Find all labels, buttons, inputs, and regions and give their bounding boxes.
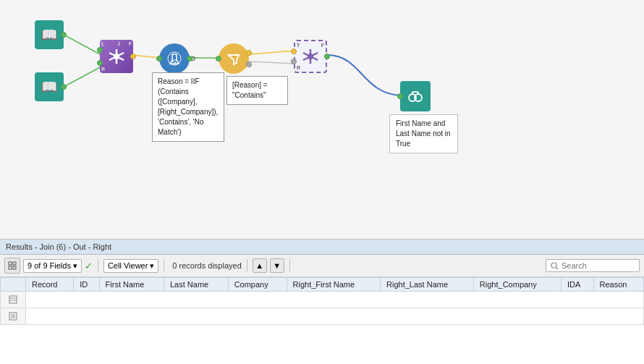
svg-point-12 <box>174 62 176 64</box>
sort-asc-button[interactable]: ▲ <box>253 258 267 273</box>
filter-node[interactable] <box>219 43 249 74</box>
formula-tooltip: Reason = IIF (Contains ([Company], [Righ… <box>152 72 224 142</box>
col-first-name: First Name <box>99 278 164 292</box>
toolbar-divider-2 <box>164 259 164 272</box>
col-record: Record <box>26 278 74 292</box>
row-side-icon <box>7 293 20 306</box>
svg-rect-24 <box>13 262 16 265</box>
results-toolbar: 9 of 9 Fields ▾ ✓ Cell Viewer ▾ 0 record… <box>0 255 644 277</box>
join-node-1[interactable]: L J F R <box>100 40 133 73</box>
svg-line-28 <box>556 267 559 269</box>
browse-node[interactable] <box>400 81 431 111</box>
toolbar-divider-3 <box>247 259 247 272</box>
svg-rect-26 <box>13 266 16 269</box>
col-icon <box>1 278 26 292</box>
toolbar-divider-1 <box>98 259 98 272</box>
svg-line-5 <box>250 62 295 64</box>
workflow-canvas: 📖 📖 L J F R <box>0 0 644 239</box>
results-header: Results - Join (6) - Out - Right <box>0 240 644 255</box>
col-last-name: Last Name <box>164 278 228 292</box>
table-row <box>1 292 644 308</box>
svg-point-11 <box>172 61 174 62</box>
col-right-first-name: Right_First Name <box>287 278 381 292</box>
col-right-company: Right_Company <box>473 278 561 292</box>
svg-rect-29 <box>9 296 17 303</box>
svg-rect-25 <box>9 266 12 269</box>
fields-dropdown[interactable]: 9 of 9 Fields ▾ <box>23 259 82 273</box>
input-book-2[interactable]: 📖 <box>35 72 64 101</box>
search-input[interactable] <box>562 261 634 270</box>
svg-line-0 <box>64 35 101 55</box>
col-right-last-name: Right_Last Name <box>381 278 474 292</box>
records-count: 0 records displayed <box>172 261 241 270</box>
svg-point-9 <box>114 54 119 59</box>
browse-label: First Name and Last Name not in True <box>389 114 458 153</box>
empty-row-2 <box>26 308 644 325</box>
toolbar-divider-4 <box>289 259 290 272</box>
empty-row <box>26 292 644 308</box>
table-row-2 <box>1 308 644 325</box>
col-id: ID <box>74 278 99 292</box>
search-box[interactable] <box>546 259 640 272</box>
table-toggle-button[interactable] <box>4 258 20 274</box>
search-icon <box>551 262 559 270</box>
formula-node[interactable]: D <box>159 43 190 74</box>
svg-rect-23 <box>9 262 12 265</box>
row-side-icon-2 <box>7 310 20 323</box>
input-book-1[interactable]: 📖 <box>35 20 64 49</box>
viewer-dropdown[interactable]: Cell Viewer ▾ <box>103 259 158 273</box>
col-ida: IDA <box>561 278 593 292</box>
filter-tooltip: [Reason] = "Contains" <box>226 76 288 105</box>
results-panel: Results - Join (6) - Out - Right 9 of 9 … <box>0 239 644 364</box>
join-node-2[interactable]: T F R <box>294 40 327 73</box>
svg-line-4 <box>250 51 295 54</box>
col-reason: Reason <box>593 278 643 292</box>
col-company: Company <box>228 278 287 292</box>
svg-point-16 <box>308 54 313 59</box>
sort-desc-button[interactable]: ▼ <box>270 258 284 273</box>
svg-point-27 <box>551 263 556 268</box>
svg-line-1 <box>64 67 101 87</box>
results-table: Record ID First Name Last Name Company <box>0 277 644 325</box>
results-table-container: Record ID First Name Last Name Company <box>0 277 644 364</box>
checkmark-button[interactable]: ✓ <box>85 261 93 271</box>
